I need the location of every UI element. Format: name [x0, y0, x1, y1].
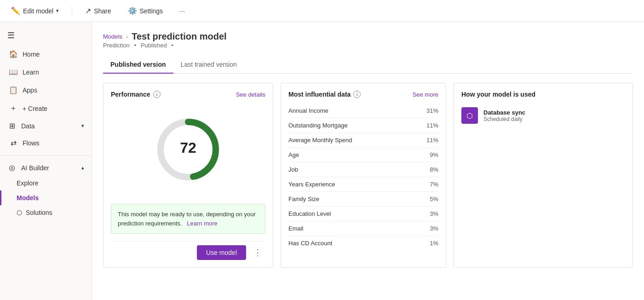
- influential-card-title: Most influential data i: [288, 91, 361, 98]
- share-icon: ↗: [85, 6, 91, 15]
- performance-card: Performance i See details 72: [103, 83, 273, 268]
- apps-icon: 📋: [9, 86, 18, 94]
- data-row-name: Education Level: [288, 210, 331, 217]
- data-row-name: Annual Income: [288, 107, 328, 114]
- data-expand-icon: ▾: [81, 123, 84, 129]
- data-row: Average Monthly Spend 11%: [288, 133, 438, 148]
- content-area: Models › Test prediction model Predictio…: [92, 22, 644, 300]
- sidebar-item-create[interactable]: ＋ + Create: [0, 99, 92, 118]
- data-row-pct: 3%: [430, 210, 438, 217]
- learn-more-link[interactable]: Learn more: [187, 220, 217, 227]
- use-model-button[interactable]: Use model: [197, 245, 246, 260]
- main-layout: ☰ 🏠 Home 📖 Learn 📋 Apps ＋ + Create ⊞ Dat…: [0, 22, 644, 300]
- data-row-name: Job: [288, 166, 298, 173]
- data-row-name: Family Size: [288, 196, 319, 202]
- sidebar-item-aibuilder[interactable]: ◎ AI Builder ▴: [0, 160, 92, 176]
- sidebar-item-solutions[interactable]: ⬡ Solutions: [0, 205, 92, 220]
- breadcrumb-separator: ›: [126, 33, 128, 40]
- usage-card: How your model is used ⬡ Database sync S…: [454, 83, 633, 268]
- home-icon: 🏠: [9, 50, 18, 58]
- alert-box: This model may be ready to use, dependin…: [111, 204, 265, 234]
- influential-info-icon[interactable]: i: [353, 91, 361, 98]
- data-icon: ⊞: [7, 121, 17, 130]
- sidebar: ☰ 🏠 Home 📖 Learn 📋 Apps ＋ + Create ⊞ Dat…: [0, 22, 92, 300]
- data-row-pct: 8%: [430, 166, 438, 173]
- more-actions-button[interactable]: ···: [176, 6, 189, 17]
- data-row-name: Outstanding Mortgage: [288, 122, 348, 129]
- influential-card-header: Most influential data i See more: [288, 91, 438, 98]
- gear-icon: ⚙️: [128, 6, 137, 15]
- data-row-pct: 1%: [430, 240, 438, 247]
- data-row-name: Age: [288, 151, 299, 158]
- data-row: Annual Income 31%: [288, 104, 438, 118]
- page-subtitle: Prediction • Published •: [103, 42, 633, 49]
- data-row-name: Email: [288, 225, 304, 232]
- database-sync-icon: ⬡: [461, 107, 478, 124]
- data-row-pct: 7%: [430, 181, 438, 188]
- performance-card-title: Performance i: [111, 91, 161, 98]
- usage-card-title: How your model is used: [461, 91, 535, 98]
- breadcrumb-current: Test prediction model: [132, 31, 226, 42]
- solutions-icon: ⬡: [17, 209, 22, 216]
- sidebar-item-home[interactable]: 🏠 Home: [0, 45, 92, 63]
- dropdown-arrow: ▾: [56, 8, 59, 14]
- usage-card-header: How your model is used: [461, 91, 625, 98]
- toolbar: ✏️ Edit model ▾ ↗ Share ⚙️ Settings ···: [0, 0, 644, 22]
- data-row-pct: 11%: [426, 137, 438, 144]
- tab-last-trained-version[interactable]: Last trained version: [173, 56, 244, 74]
- learn-icon: 📖: [9, 68, 18, 76]
- settings-button[interactable]: ⚙️ Settings: [124, 5, 167, 17]
- donut-chart: 72: [151, 113, 225, 186]
- data-row: Years Experience 7%: [288, 177, 438, 192]
- performance-info-icon[interactable]: i: [153, 91, 161, 98]
- sidebar-item-apps[interactable]: 📋 Apps: [0, 81, 92, 99]
- more-options-button[interactable]: ⋮: [250, 246, 265, 260]
- data-row-name: Years Experience: [288, 181, 335, 188]
- influential-data-card: Most influential data i See more Annual …: [281, 83, 446, 268]
- influential-data-list: Annual Income 31% Outstanding Mortgage 1…: [288, 104, 438, 250]
- aibuilder-icon: ◎: [7, 163, 17, 172]
- sidebar-item-flows[interactable]: ⇄ Flows: [0, 134, 92, 152]
- data-row-name: Has CD Account: [288, 240, 332, 247]
- donut-chart-container: 72: [111, 104, 265, 200]
- see-more-link[interactable]: See more: [413, 91, 438, 98]
- tab-published-version[interactable]: Published version: [103, 56, 173, 74]
- data-row: Age 9%: [288, 148, 438, 162]
- sidebar-item-models[interactable]: Models: [0, 190, 92, 205]
- card-footer: Use model ⋮: [111, 241, 265, 260]
- data-row: Family Size 5%: [288, 192, 438, 207]
- sidebar-divider: [0, 156, 92, 156]
- data-row-name: Average Monthly Spend: [288, 137, 352, 144]
- donut-score: 72: [180, 139, 196, 156]
- usage-item-info: Database sync Scheduled daily: [483, 109, 525, 122]
- separator: [72, 6, 72, 16]
- share-button[interactable]: ↗ Share: [81, 5, 115, 17]
- data-row-pct: 31%: [426, 107, 438, 114]
- data-row: Email 3%: [288, 221, 438, 236]
- sidebar-item-explore[interactable]: Explore: [0, 176, 92, 190]
- breadcrumb-parent[interactable]: Models: [103, 33, 122, 40]
- aibuilder-collapse-icon: ▴: [81, 165, 84, 171]
- breadcrumb-area: Models › Test prediction model Predictio…: [92, 22, 644, 49]
- sidebar-item-learn[interactable]: 📖 Learn: [0, 63, 92, 81]
- edit-icon: ✏️: [11, 6, 20, 15]
- data-row: Education Level 3%: [288, 207, 438, 221]
- usage-item: ⬡ Database sync Scheduled daily: [461, 104, 625, 127]
- sidebar-item-data[interactable]: ⊞ Data ▾: [0, 118, 92, 134]
- data-row-pct: 3%: [430, 225, 438, 232]
- flows-icon: ⇄: [9, 138, 18, 147]
- data-row-pct: 9%: [430, 151, 438, 158]
- data-row: Job 8%: [288, 162, 438, 177]
- tabs-container: Published version Last trained version: [103, 56, 633, 74]
- performance-card-header: Performance i See details: [111, 91, 265, 98]
- create-icon: ＋: [9, 104, 18, 113]
- data-row-pct: 5%: [430, 196, 438, 202]
- data-row: Outstanding Mortgage 11%: [288, 118, 438, 133]
- breadcrumb: Models › Test prediction model: [103, 31, 633, 42]
- data-row-pct: 11%: [426, 122, 438, 129]
- hamburger-menu[interactable]: ☰: [0, 26, 92, 45]
- edit-model-button[interactable]: ✏️ Edit model ▾: [7, 5, 63, 17]
- see-details-link[interactable]: See details: [236, 91, 265, 98]
- data-row: Has CD Account 1%: [288, 236, 438, 250]
- cards-row: Performance i See details 72: [92, 74, 644, 277]
